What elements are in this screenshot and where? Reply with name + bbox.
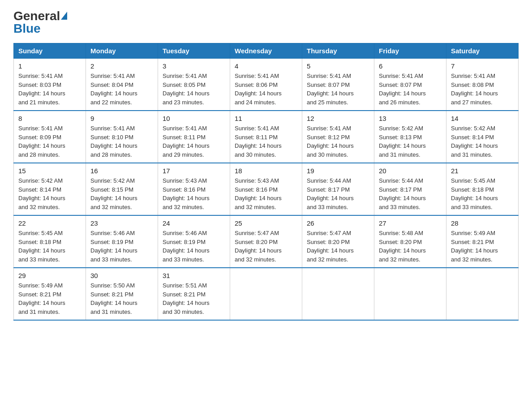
day-number: 7 [451, 62, 514, 70]
weekday-header-saturday: Saturday [446, 43, 519, 59]
day-info: Sunrise: 5:41 AMSunset: 8:11 PMDaylight:… [163, 124, 225, 159]
weekday-header-friday: Friday [374, 43, 446, 59]
day-info: Sunrise: 5:41 AMSunset: 8:07 PMDaylight:… [379, 72, 442, 107]
weekday-header-tuesday: Tuesday [158, 43, 230, 59]
day-info: Sunrise: 5:41 AMSunset: 8:10 PMDaylight:… [90, 124, 153, 159]
calendar-day-9: 9Sunrise: 5:41 AMSunset: 8:10 PMDaylight… [86, 111, 158, 163]
weekday-header-sunday: Sunday [14, 43, 86, 59]
day-info: Sunrise: 5:47 AMSunset: 8:20 PMDaylight:… [307, 229, 369, 264]
calendar-day-15: 15Sunrise: 5:42 AMSunset: 8:14 PMDayligh… [14, 163, 86, 215]
day-info: Sunrise: 5:41 AMSunset: 8:03 PMDaylight:… [18, 72, 81, 107]
day-info: Sunrise: 5:44 AMSunset: 8:17 PMDaylight:… [307, 176, 369, 211]
page-header: General Blue [13, 9, 519, 36]
day-number: 17 [163, 167, 225, 175]
day-info: Sunrise: 5:49 AMSunset: 8:21 PMDaylight:… [451, 229, 514, 264]
day-info: Sunrise: 5:41 AMSunset: 8:06 PMDaylight:… [235, 72, 297, 107]
day-number: 26 [307, 219, 369, 227]
day-number: 18 [235, 167, 297, 175]
day-number: 24 [163, 219, 225, 227]
calendar-empty-cell [374, 268, 446, 320]
day-info: Sunrise: 5:42 AMSunset: 8:15 PMDaylight:… [90, 176, 153, 211]
calendar-day-22: 22Sunrise: 5:45 AMSunset: 8:18 PMDayligh… [14, 215, 86, 268]
day-number: 10 [163, 115, 225, 122]
day-info: Sunrise: 5:44 AMSunset: 8:17 PMDaylight:… [379, 176, 442, 211]
day-info: Sunrise: 5:50 AMSunset: 8:21 PMDaylight:… [90, 281, 153, 316]
day-number: 15 [18, 167, 81, 175]
calendar-day-11: 11Sunrise: 5:41 AMSunset: 8:11 PMDayligh… [230, 111, 302, 163]
calendar-empty-cell [230, 268, 302, 320]
calendar-day-24: 24Sunrise: 5:46 AMSunset: 8:19 PMDayligh… [158, 215, 230, 268]
day-number: 8 [18, 115, 81, 122]
calendar-day-17: 17Sunrise: 5:43 AMSunset: 8:16 PMDayligh… [158, 163, 230, 215]
day-info: Sunrise: 5:41 AMSunset: 8:04 PMDaylight:… [90, 72, 153, 107]
day-info: Sunrise: 5:41 AMSunset: 8:12 PMDaylight:… [307, 124, 369, 159]
day-info: Sunrise: 5:43 AMSunset: 8:16 PMDaylight:… [163, 176, 225, 211]
day-number: 1 [18, 62, 81, 70]
calendar-day-4: 4Sunrise: 5:41 AMSunset: 8:06 PMDaylight… [230, 59, 302, 111]
day-info: Sunrise: 5:45 AMSunset: 8:18 PMDaylight:… [18, 229, 81, 264]
day-number: 4 [235, 62, 297, 70]
calendar-day-23: 23Sunrise: 5:46 AMSunset: 8:19 PMDayligh… [86, 215, 158, 268]
day-number: 27 [379, 219, 442, 227]
calendar-week-row-1: 1Sunrise: 5:41 AMSunset: 8:03 PMDaylight… [14, 59, 519, 111]
calendar-day-25: 25Sunrise: 5:47 AMSunset: 8:20 PMDayligh… [230, 215, 302, 268]
calendar-day-6: 6Sunrise: 5:41 AMSunset: 8:07 PMDaylight… [374, 59, 446, 111]
calendar-day-16: 16Sunrise: 5:42 AMSunset: 8:15 PMDayligh… [86, 163, 158, 215]
calendar-day-8: 8Sunrise: 5:41 AMSunset: 8:09 PMDaylight… [14, 111, 86, 163]
day-number: 20 [379, 167, 442, 175]
day-info: Sunrise: 5:43 AMSunset: 8:16 PMDaylight:… [235, 176, 297, 211]
weekday-header-wednesday: Wednesday [230, 43, 302, 59]
day-info: Sunrise: 5:46 AMSunset: 8:19 PMDaylight:… [163, 229, 225, 264]
day-info: Sunrise: 5:51 AMSunset: 8:21 PMDaylight:… [163, 281, 225, 316]
calendar-header-row: SundayMondayTuesdayWednesdayThursdayFrid… [14, 43, 519, 59]
logo-arrow-icon [61, 12, 67, 20]
logo-text-blue: Blue [13, 21, 41, 36]
day-number: 14 [451, 115, 514, 122]
day-info: Sunrise: 5:41 AMSunset: 8:09 PMDaylight:… [18, 124, 81, 159]
calendar-week-row-2: 8Sunrise: 5:41 AMSunset: 8:09 PMDaylight… [14, 111, 519, 163]
calendar-day-28: 28Sunrise: 5:49 AMSunset: 8:21 PMDayligh… [446, 215, 519, 268]
day-number: 9 [90, 115, 153, 122]
calendar-day-26: 26Sunrise: 5:47 AMSunset: 8:20 PMDayligh… [302, 215, 374, 268]
day-info: Sunrise: 5:45 AMSunset: 8:18 PMDaylight:… [451, 176, 514, 211]
day-info: Sunrise: 5:42 AMSunset: 8:13 PMDaylight:… [379, 124, 442, 159]
day-number: 23 [90, 219, 153, 227]
day-number: 11 [235, 115, 297, 122]
calendar-day-2: 2Sunrise: 5:41 AMSunset: 8:04 PMDaylight… [86, 59, 158, 111]
calendar-day-29: 29Sunrise: 5:49 AMSunset: 8:21 PMDayligh… [14, 268, 86, 320]
calendar-day-31: 31Sunrise: 5:51 AMSunset: 8:21 PMDayligh… [158, 268, 230, 320]
calendar-day-3: 3Sunrise: 5:41 AMSunset: 8:05 PMDaylight… [158, 59, 230, 111]
day-number: 2 [90, 62, 153, 70]
day-info: Sunrise: 5:41 AMSunset: 8:07 PMDaylight:… [307, 72, 369, 107]
calendar-day-1: 1Sunrise: 5:41 AMSunset: 8:03 PMDaylight… [14, 59, 86, 111]
calendar-empty-cell [446, 268, 519, 320]
calendar-day-18: 18Sunrise: 5:43 AMSunset: 8:16 PMDayligh… [230, 163, 302, 215]
day-number: 30 [90, 272, 153, 279]
day-number: 12 [307, 115, 369, 122]
day-number: 29 [18, 272, 81, 279]
day-number: 6 [379, 62, 442, 70]
day-info: Sunrise: 5:42 AMSunset: 8:14 PMDaylight:… [451, 124, 514, 159]
calendar-day-14: 14Sunrise: 5:42 AMSunset: 8:14 PMDayligh… [446, 111, 519, 163]
calendar-day-10: 10Sunrise: 5:41 AMSunset: 8:11 PMDayligh… [158, 111, 230, 163]
calendar-day-20: 20Sunrise: 5:44 AMSunset: 8:17 PMDayligh… [374, 163, 446, 215]
day-info: Sunrise: 5:41 AMSunset: 8:05 PMDaylight:… [163, 72, 225, 107]
day-number: 3 [163, 62, 225, 70]
day-number: 22 [18, 219, 81, 227]
day-info: Sunrise: 5:41 AMSunset: 8:11 PMDaylight:… [235, 124, 297, 159]
day-number: 31 [163, 272, 225, 279]
calendar-day-27: 27Sunrise: 5:48 AMSunset: 8:20 PMDayligh… [374, 215, 446, 268]
calendar-day-21: 21Sunrise: 5:45 AMSunset: 8:18 PMDayligh… [446, 163, 519, 215]
day-number: 28 [451, 219, 514, 227]
day-info: Sunrise: 5:48 AMSunset: 8:20 PMDaylight:… [379, 229, 442, 264]
calendar-empty-cell [302, 268, 374, 320]
calendar-week-row-5: 29Sunrise: 5:49 AMSunset: 8:21 PMDayligh… [14, 268, 519, 320]
day-info: Sunrise: 5:46 AMSunset: 8:19 PMDaylight:… [90, 229, 153, 264]
calendar-day-19: 19Sunrise: 5:44 AMSunset: 8:17 PMDayligh… [302, 163, 374, 215]
day-number: 13 [379, 115, 442, 122]
calendar-week-row-4: 22Sunrise: 5:45 AMSunset: 8:18 PMDayligh… [14, 215, 519, 268]
calendar-day-12: 12Sunrise: 5:41 AMSunset: 8:12 PMDayligh… [302, 111, 374, 163]
calendar-day-5: 5Sunrise: 5:41 AMSunset: 8:07 PMDaylight… [302, 59, 374, 111]
calendar-day-7: 7Sunrise: 5:41 AMSunset: 8:08 PMDaylight… [446, 59, 519, 111]
day-info: Sunrise: 5:42 AMSunset: 8:14 PMDaylight:… [18, 176, 81, 211]
